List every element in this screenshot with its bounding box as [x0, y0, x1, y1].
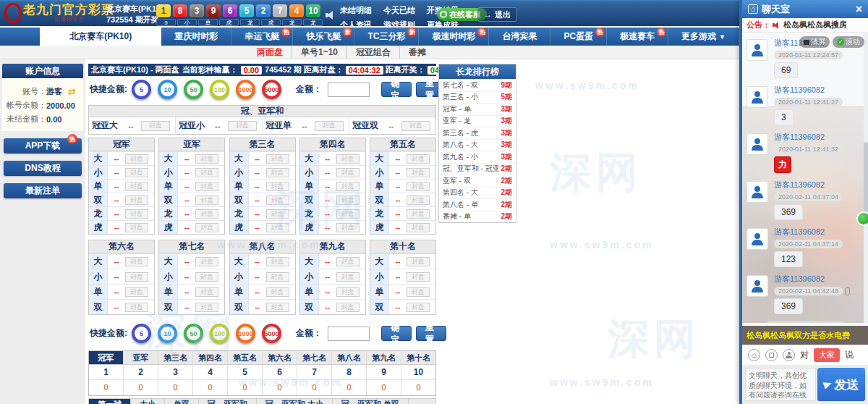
bet-amount-closed[interactable]: 封盘: [336, 209, 359, 219]
bet-amount-closed[interactable]: 封盘: [125, 168, 148, 177]
bet-option-label[interactable]: 单: [159, 180, 178, 193]
bet-option-label[interactable]: 虎: [159, 221, 178, 234]
chip-50[interactable]: 50: [184, 324, 203, 343]
bet-option-label[interactable]: 龙: [89, 207, 108, 220]
target-selector[interactable]: 大家: [814, 348, 840, 362]
game-nav-tab[interactable]: PC蛋蛋热: [550, 28, 607, 46]
bet-option-label[interactable]: 虎: [370, 221, 389, 234]
game-nav-tab[interactable]: TC三分彩新: [354, 28, 419, 46]
bet-amount-closed[interactable]: 封盘: [195, 272, 218, 282]
bet-option-label[interactable]: 虎: [89, 221, 108, 234]
summary-header-cell[interactable]: 第八名: [331, 351, 366, 365]
bet-option-label[interactable]: 双: [370, 193, 389, 206]
chip-5000[interactable]: 5000: [262, 80, 281, 99]
bottom-tab[interactable]: 冠、亚军和 大小: [257, 399, 333, 404]
game-nav-tab[interactable]: 北京赛车(PK10): [40, 28, 161, 46]
chip-10[interactable]: 10: [158, 80, 177, 99]
bet-option-label[interactable]: 单: [300, 285, 319, 299]
bet-option-label[interactable]: 双: [230, 193, 249, 206]
bottom-tab[interactable]: 冠、亚军和: [199, 399, 257, 404]
summary-header-cell[interactable]: 第七名: [297, 351, 331, 365]
game-nav-tab[interactable]: 极速赛车热: [607, 28, 668, 46]
bet-option-label[interactable]: 小: [230, 269, 249, 284]
bet-option-label[interactable]: 大: [159, 254, 178, 269]
emoji-icon[interactable]: ☺: [748, 349, 760, 361]
game-nav-tab[interactable]: 幸运飞艇热: [231, 28, 293, 46]
bet-amount-closed[interactable]: 封盘: [407, 223, 430, 232]
bet-amount-closed[interactable]: 封盘: [125, 303, 148, 312]
bet-amount-closed[interactable]: 封盘: [266, 209, 289, 219]
bet-amount-closed[interactable]: 封盘: [266, 287, 289, 297]
floating-bubble-icon[interactable]: [856, 211, 868, 226]
amount-input[interactable]: [328, 83, 370, 97]
bottom-tab[interactable]: 冠、亚军和 单双: [333, 399, 409, 404]
bet-option-label[interactable]: 小: [370, 166, 389, 179]
bet-option-label[interactable]: 冠亚大: [89, 119, 121, 132]
chip-100[interactable]: 100: [210, 324, 229, 343]
bet-amount-closed[interactable]: 封盘: [195, 195, 218, 205]
bet-option-label[interactable]: 小: [370, 269, 389, 284]
summary-header-cell[interactable]: 冠军: [89, 351, 123, 365]
bet-amount-closed[interactable]: 封盘: [125, 272, 148, 282]
bet-amount-closed[interactable]: 封盘: [125, 257, 148, 266]
chat-close-icon[interactable]: ×: [856, 4, 862, 15]
bet-option-label[interactable]: 双: [89, 300, 108, 314]
bet-amount-closed[interactable]: 封盘: [336, 287, 359, 297]
bet-amount-closed[interactable]: 封盘: [401, 121, 430, 131]
bet-amount-closed[interactable]: 封盘: [407, 182, 430, 191]
bet-option-label[interactable]: 单: [89, 180, 108, 193]
sidebar-button[interactable]: APP下载热: [4, 138, 82, 153]
bet-amount-closed[interactable]: 封盘: [336, 168, 359, 177]
bet-option-label[interactable]: 双: [300, 193, 319, 206]
send-button[interactable]: 发送: [817, 368, 865, 401]
bet-option-label[interactable]: 小: [300, 166, 319, 179]
bet-amount-closed[interactable]: 封盘: [336, 154, 359, 164]
summary-header-cell[interactable]: 第四名: [192, 351, 227, 365]
top-menu-item[interactable]: 今天已结: [383, 5, 415, 16]
bet-amount-closed[interactable]: 封盘: [266, 195, 289, 205]
bet-amount-closed[interactable]: 封盘: [266, 154, 289, 164]
bet-option-label[interactable]: 龙: [230, 207, 249, 220]
bet-option-label[interactable]: 龙: [159, 207, 178, 220]
summary-header-cell[interactable]: 第十名: [401, 351, 435, 365]
dice-icon[interactable]: [765, 349, 778, 361]
confirm-button-2[interactable]: 确 定: [381, 326, 412, 341]
bet-amount-closed[interactable]: 封盘: [195, 168, 218, 177]
sidebar-button[interactable]: 最新注单: [4, 183, 82, 198]
top-menu-item[interactable]: 未结明细: [340, 5, 372, 16]
bet-option-label[interactable]: 大: [89, 254, 108, 269]
bet-option-label[interactable]: 小: [89, 269, 108, 284]
bet-amount-closed[interactable]: 封盘: [407, 154, 430, 164]
play-subnav-item[interactable]: 番摊: [400, 46, 435, 59]
bet-amount-closed[interactable]: 封盘: [195, 182, 218, 191]
chip-100[interactable]: 100: [210, 80, 229, 99]
bet-amount-closed[interactable]: 封盘: [336, 257, 359, 266]
game-nav-tab[interactable]: 重庆时时彩: [161, 28, 231, 46]
bet-amount-closed[interactable]: 封盘: [195, 257, 218, 266]
summary-header-cell[interactable]: 亚军: [123, 351, 158, 365]
bet-amount-closed[interactable]: 封盘: [315, 121, 344, 131]
bet-amount-closed[interactable]: 封盘: [266, 257, 289, 266]
bet-option-label[interactable]: 虎: [230, 221, 249, 234]
bet-option-label[interactable]: 小: [89, 166, 108, 179]
bet-option-label[interactable]: 单: [230, 180, 249, 193]
bet-amount-closed[interactable]: 封盘: [125, 287, 148, 297]
game-nav-tab[interactable]: 台湾宾果: [489, 28, 550, 46]
bet-amount-closed[interactable]: 封盘: [407, 287, 430, 297]
bet-option-label[interactable]: 双: [230, 300, 249, 314]
bet-amount-closed[interactable]: 封盘: [195, 223, 218, 232]
bottom-tab[interactable]: 单双: [165, 399, 199, 404]
bet-amount-closed[interactable]: 封盘: [266, 303, 289, 312]
play-subnav-item[interactable]: 单号1~10: [292, 46, 347, 59]
bet-amount-closed[interactable]: 封盘: [336, 303, 359, 312]
bet-option-label[interactable]: 大: [300, 152, 319, 165]
summary-header-cell[interactable]: 第五名: [227, 351, 262, 365]
bet-option-label[interactable]: 小: [230, 166, 249, 179]
bet-amount-closed[interactable]: 封盘: [195, 154, 218, 164]
bet-option-label[interactable]: 大: [159, 152, 178, 165]
bet-amount-closed[interactable]: 封盘: [266, 223, 289, 232]
confirm-button[interactable]: 确 定: [381, 82, 412, 97]
bet-option-label[interactable]: 双: [300, 300, 319, 314]
sidebar-button[interactable]: DNS教程: [4, 161, 82, 176]
bet-amount-closed[interactable]: 封盘: [195, 303, 218, 312]
